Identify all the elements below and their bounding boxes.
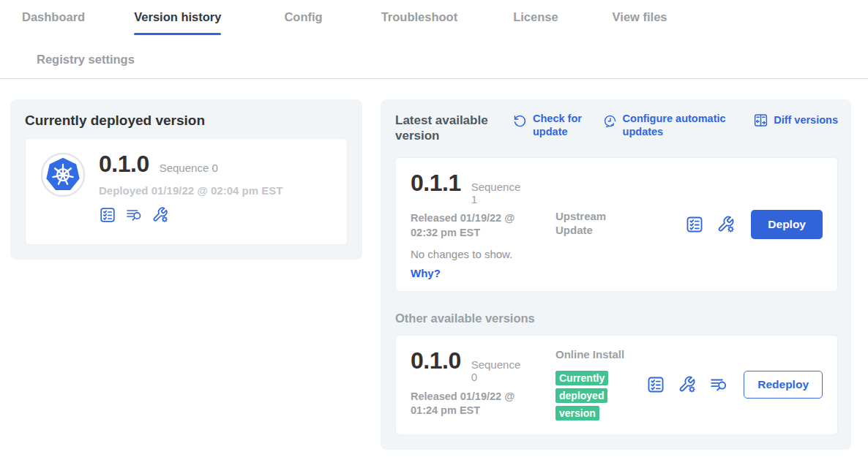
latest-released-timestamp: Released 01/19/22 @ 02:32 pm EST <box>411 211 539 240</box>
latest-version-number: 0.1.1 <box>411 170 461 197</box>
view-logs-icon[interactable] <box>709 375 728 394</box>
tab-dashboard[interactable]: Dashboard <box>22 10 85 24</box>
tab-view-files[interactable]: View files <box>613 10 667 24</box>
diff-versions-label: Diff versions <box>774 114 838 127</box>
other-versions-heading: Other available versions <box>395 312 838 325</box>
checklist-icon[interactable] <box>99 206 116 224</box>
redeploy-button[interactable]: Redeploy <box>744 371 823 399</box>
deploy-button[interactable]: Deploy <box>751 210 823 239</box>
latest-version-actions <box>685 215 736 234</box>
tab-version-history[interactable]: Version history <box>134 10 221 24</box>
latest-sequence-label: Sequence 1 <box>471 181 520 206</box>
view-logs-icon[interactable] <box>125 206 143 224</box>
latest-version-card: 0.1.1 Sequence 1 Released 01/19/22 @ 02:… <box>395 157 838 292</box>
other-version-actions <box>646 375 728 394</box>
auto-update-icon <box>602 113 618 129</box>
other-sequence-label: Sequence 0 <box>471 358 520 384</box>
latest-available-panel: Latest available version Check for updat… <box>381 99 851 450</box>
latest-source-label: Upstream Update <box>555 209 637 280</box>
other-released-timestamp: Released 01/19/22 @ 01:24 pm EST <box>411 390 539 418</box>
why-link[interactable]: Why? <box>411 267 555 279</box>
nav-row-2: Registry settings <box>0 35 868 78</box>
deployed-sequence-label: Sequence 0 <box>160 162 218 174</box>
header-action-links: Check for update Configure automatic upd… <box>504 113 838 138</box>
latest-available-heading: Latest available version <box>395 113 504 144</box>
other-version-card: 0.1.0 Sequence 0 Released 01/19/22 @ 01:… <box>395 335 838 434</box>
configure-automatic-updates-link[interactable]: Configure automatic updates <box>602 113 738 138</box>
active-tab-underline <box>134 33 221 35</box>
diff-versions-link[interactable]: Diff versions <box>753 113 838 128</box>
check-for-update-label: Check for update <box>533 113 587 138</box>
top-nav: Dashboard Version history Config Trouble… <box>0 0 868 79</box>
tab-config[interactable]: Config <box>284 10 322 24</box>
deployed-version-info: 0.1.0 Sequence 0 Deployed 01/19/22 @ 02:… <box>99 151 283 233</box>
deployed-version-actions <box>99 206 283 224</box>
checklist-icon[interactable] <box>646 375 665 394</box>
configure-automatic-updates-label: Configure automatic updates <box>623 113 738 138</box>
kubernetes-logo <box>40 152 86 197</box>
nav-row-1: Dashboard Version history Config Trouble… <box>0 10 868 35</box>
currently-deployed-badge: Currently deployed version <box>555 371 608 421</box>
diff-icon <box>753 113 768 128</box>
deployed-version-number: 0.1.0 <box>99 151 149 178</box>
config-icon[interactable] <box>151 206 169 224</box>
tab-license[interactable]: License <box>513 10 558 24</box>
currently-deployed-panel: Currently deployed version 0.1.0 Sequenc… <box>10 99 362 260</box>
deployed-version-card: 0.1.0 Sequence 0 Deployed 01/19/22 @ 02:… <box>25 138 348 245</box>
refresh-icon <box>512 113 528 129</box>
check-for-update-link[interactable]: Check for update <box>512 113 587 138</box>
main-content: Currently deployed version 0.1.0 Sequenc… <box>0 79 868 450</box>
no-changes-note: No changes to show. <box>411 248 555 260</box>
checklist-icon[interactable] <box>685 215 704 234</box>
deployed-timestamp: Deployed 01/19/22 @ 02:04 pm EST <box>99 184 283 197</box>
config-icon[interactable] <box>717 215 736 234</box>
latest-available-header: Latest available version Check for updat… <box>395 113 838 144</box>
other-version-number: 0.1.0 <box>411 347 461 374</box>
currently-deployed-title: Currently deployed version <box>25 113 348 129</box>
tab-troubleshoot[interactable]: Troubleshoot <box>381 10 458 24</box>
tab-registry-settings[interactable]: Registry settings <box>37 53 135 66</box>
config-icon[interactable] <box>678 375 697 394</box>
other-source-label: Online Install <box>555 347 637 362</box>
